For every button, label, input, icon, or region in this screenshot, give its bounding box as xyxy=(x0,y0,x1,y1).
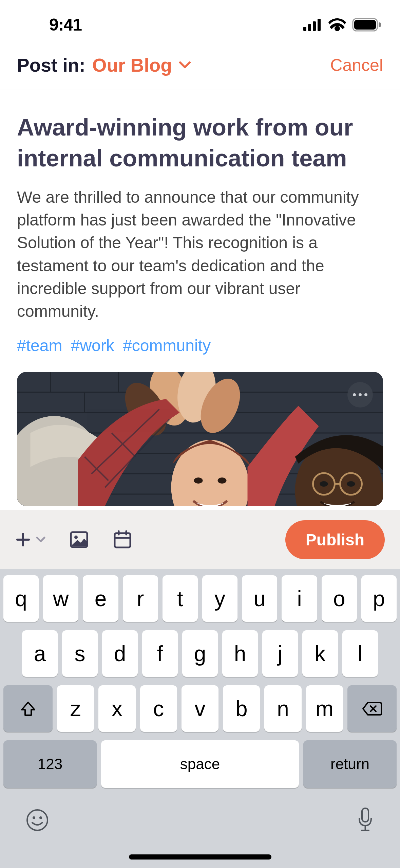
keyboard-row-1: q w e r t y u i o p xyxy=(3,575,397,622)
key-v[interactable]: v xyxy=(182,685,218,732)
hashtags[interactable]: #team #work #community xyxy=(17,336,383,355)
calendar-icon xyxy=(113,530,132,549)
svg-rect-5 xyxy=(354,20,376,30)
svg-rect-1 xyxy=(308,24,311,31)
key-z[interactable]: z xyxy=(57,685,94,732)
post-in-label: Post in: xyxy=(17,54,85,76)
key-return[interactable]: return xyxy=(303,740,397,788)
key-u[interactable]: u xyxy=(242,575,277,622)
post-body[interactable]: We are thrilled to announce that our com… xyxy=(17,186,383,323)
key-s[interactable]: s xyxy=(62,630,98,677)
hashtag[interactable]: #team xyxy=(17,337,62,355)
key-i[interactable]: i xyxy=(282,575,317,622)
key-m[interactable]: m xyxy=(306,685,343,732)
key-a[interactable]: a xyxy=(22,630,58,677)
add-button[interactable] xyxy=(15,532,45,547)
key-x[interactable]: x xyxy=(98,685,135,732)
key-p[interactable]: p xyxy=(361,575,397,622)
chevron-down-icon xyxy=(179,61,191,69)
svg-point-29 xyxy=(218,477,227,484)
key-k[interactable]: k xyxy=(302,630,338,677)
wifi-icon xyxy=(328,18,346,31)
blog-selector[interactable]: Our Blog xyxy=(92,54,191,76)
chevron-down-icon xyxy=(36,537,45,543)
key-c[interactable]: c xyxy=(140,685,177,732)
compose-content: Award-winning work from our internal com… xyxy=(0,90,400,506)
key-d[interactable]: d xyxy=(102,630,138,677)
status-icons xyxy=(303,18,381,32)
plus-icon xyxy=(15,532,31,547)
calendar-button[interactable] xyxy=(113,530,132,549)
svg-rect-3 xyxy=(318,19,321,31)
emoji-icon[interactable] xyxy=(25,808,49,832)
key-h[interactable]: h xyxy=(222,630,258,677)
svg-point-32 xyxy=(347,481,355,487)
svg-point-39 xyxy=(74,536,78,539)
header-left: Post in: Our Blog xyxy=(17,54,191,76)
backspace-icon xyxy=(362,701,382,716)
key-numbers[interactable]: 123 xyxy=(3,740,97,788)
svg-rect-0 xyxy=(303,27,306,31)
image-icon xyxy=(69,530,89,549)
svg-point-31 xyxy=(320,481,328,487)
key-space[interactable]: space xyxy=(101,740,299,788)
svg-point-47 xyxy=(33,816,35,819)
hashtag[interactable]: #work xyxy=(71,337,114,355)
home-indicator[interactable] xyxy=(129,854,271,860)
key-f[interactable]: f xyxy=(142,630,178,677)
blog-name: Our Blog xyxy=(92,54,172,76)
key-w[interactable]: w xyxy=(43,575,78,622)
key-o[interactable]: o xyxy=(322,575,357,622)
publish-button[interactable]: Publish xyxy=(285,520,385,559)
key-e[interactable]: e xyxy=(83,575,118,622)
keyboard-row-3: z x c v b n m xyxy=(3,685,397,732)
keyboard-row-2: a s d f g h j k l xyxy=(3,630,397,677)
status-time: 9:41 xyxy=(49,15,82,35)
microphone-icon[interactable] xyxy=(356,807,375,834)
key-shift[interactable] xyxy=(3,685,53,732)
hashtag[interactable]: #community xyxy=(123,337,211,355)
image-button[interactable] xyxy=(69,530,89,549)
key-r[interactable]: r xyxy=(123,575,158,622)
key-backspace[interactable] xyxy=(347,685,397,732)
image-options-button[interactable] xyxy=(347,382,373,408)
status-bar: 9:41 xyxy=(0,0,400,44)
key-q[interactable]: q xyxy=(3,575,39,622)
battery-icon xyxy=(352,18,381,32)
svg-rect-2 xyxy=(313,21,316,31)
dot-icon xyxy=(359,393,362,396)
dot-icon xyxy=(364,393,367,396)
key-j[interactable]: j xyxy=(262,630,298,677)
post-title[interactable]: Award-winning work from our internal com… xyxy=(17,112,383,174)
cancel-button[interactable]: Cancel xyxy=(330,55,383,75)
keyboard-bottom xyxy=(3,796,397,834)
svg-point-48 xyxy=(39,816,42,819)
dot-icon xyxy=(353,393,356,396)
keyboard: q w e r t y u i o p a s d f g h j k l z … xyxy=(0,569,400,868)
compose-toolbar: Publish xyxy=(0,510,400,569)
key-b[interactable]: b xyxy=(223,685,260,732)
key-y[interactable]: y xyxy=(202,575,237,622)
shift-icon xyxy=(20,700,37,717)
svg-rect-51 xyxy=(362,808,368,822)
key-t[interactable]: t xyxy=(163,575,198,622)
attached-image[interactable] xyxy=(17,372,383,506)
keyboard-row-4: 123 space return xyxy=(3,740,397,788)
svg-point-28 xyxy=(194,477,203,484)
svg-rect-40 xyxy=(115,533,130,547)
svg-point-46 xyxy=(27,810,47,830)
svg-rect-6 xyxy=(379,22,381,27)
compose-header: Post in: Our Blog Cancel xyxy=(0,44,400,90)
key-n[interactable]: n xyxy=(264,685,301,732)
key-l[interactable]: l xyxy=(342,630,378,677)
cellular-icon xyxy=(303,19,322,31)
key-g[interactable]: g xyxy=(182,630,218,677)
